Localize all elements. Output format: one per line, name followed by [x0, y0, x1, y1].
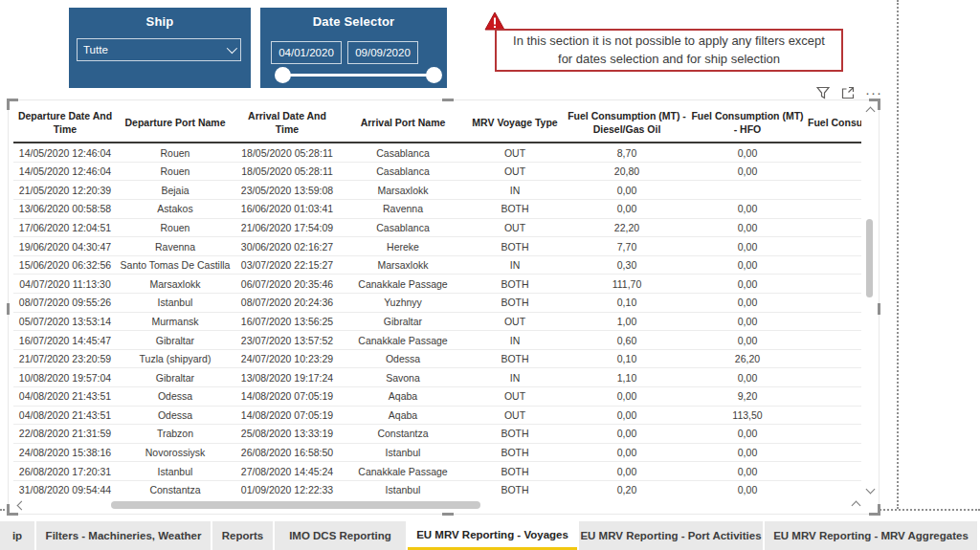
table-cell: OUT	[465, 313, 565, 331]
table-cell: Casablanca	[341, 219, 465, 237]
table-cell: Istanbul	[117, 294, 234, 312]
horizontal-scrollbar-thumb[interactable]	[111, 501, 480, 509]
tab-ip[interactable]: ip	[0, 521, 34, 550]
tab-eu-mrv-reporting-voyages[interactable]: EU MRV Reporting - Voyages	[408, 521, 577, 550]
end-date-input[interactable]: 09/09/2020	[347, 41, 418, 64]
resize-handle-right[interactable]	[878, 303, 880, 315]
table-cell: 17/06/2020 12:04:51	[13, 219, 117, 237]
table-cell: BOTH	[465, 237, 565, 255]
resize-handle-bottom[interactable]	[442, 513, 454, 516]
table-cell: OUT	[465, 219, 565, 237]
table-cell: 06/07/2020 20:35:46	[234, 275, 341, 293]
vertical-scrollbar[interactable]	[865, 108, 875, 493]
table-cell: 30/06/2020 02:16:27	[234, 237, 341, 255]
table-cell: 9,20	[689, 387, 806, 406]
table-cell: 0,00	[689, 219, 806, 237]
table-cell: 18/05/2020 05:28:11	[234, 143, 341, 162]
horizontal-scrollbar[interactable]	[16, 499, 861, 511]
resize-handle-bottom-right[interactable]	[869, 504, 880, 516]
table-cell	[689, 181, 806, 199]
table-cell: 14/05/2020 12:46:04	[13, 163, 117, 181]
page-tab-bar: ipFilters - Machineries, WeatherReportsI…	[0, 521, 980, 550]
column-header[interactable]: MRV Voyage Type	[465, 105, 565, 142]
vertical-scrollbar-thumb[interactable]	[866, 219, 873, 297]
table-cell: Aqaba	[341, 407, 465, 425]
tab-eu-mrv-reporting-port-activities[interactable]: EU MRV Reporting - Port Activities	[579, 521, 763, 550]
table-cell: 10/08/2020 19:57:04	[13, 368, 117, 386]
table-cell: 0,00	[689, 294, 806, 312]
table-cell: Marsaxlokk	[341, 256, 465, 275]
table-cell: 1	[806, 331, 861, 349]
column-header[interactable]: Departure Port Name	[117, 105, 234, 142]
table-cell: Istanbul	[117, 462, 234, 480]
column-header[interactable]: Arrival Port Name	[341, 105, 465, 142]
column-header[interactable]: Fuel Consu	[806, 105, 861, 142]
resize-handle-left[interactable]	[7, 303, 10, 315]
date-slider-handle-start[interactable]	[275, 67, 291, 83]
column-header[interactable]: Fuel Consumption (MT) - Diesel/Gas Oil	[565, 105, 689, 142]
column-header[interactable]: Arrival Date And Time	[234, 105, 341, 142]
tab-filters-machineries-weather[interactable]: Filters - Machineries, Weather	[36, 521, 211, 550]
table-cell: 04/07/2020 11:13:30	[13, 275, 117, 293]
table-cell: 14/08/2020 07:05:19	[234, 387, 341, 406]
start-date-input[interactable]: 04/01/2020	[271, 41, 342, 64]
scroll-right-icon[interactable]	[852, 501, 861, 511]
table-cell	[806, 407, 861, 425]
table-cell	[806, 143, 861, 162]
table-cell: Savona	[341, 368, 465, 386]
table-cell: BOTH	[465, 200, 565, 218]
scroll-left-icon[interactable]	[17, 501, 27, 511]
table-cell: 27/08/2020 14:45:24	[234, 462, 341, 480]
date-slider-track[interactable]	[281, 74, 434, 77]
tab-eu-mrv-reporting-mrv-aggregates[interactable]: EU MRV Reporting - MRV Aggregates	[765, 521, 977, 550]
date-slider-handle-end[interactable]	[426, 67, 442, 83]
table-cell: Marsaxlokk	[341, 181, 465, 199]
table-row: 14/05/2020 12:46:04Rouen18/05/2020 05:28…	[13, 143, 861, 163]
table-cell: 26/08/2020 16:58:50	[234, 444, 341, 462]
report-canvas: Ship Tutte Date Selector 04/01/2020 09/0…	[0, 0, 980, 550]
table-cell: 0,00	[565, 425, 689, 443]
voyages-table-visual: Departure Date And TimeDeparture Port Na…	[8, 99, 880, 515]
table-row: 04/08/2020 21:43:51Odessa14/08/2020 07:0…	[13, 407, 861, 426]
focus-mode-icon[interactable]	[840, 85, 855, 99]
resize-handle-top[interactable]	[442, 99, 454, 101]
table-cell: 0,30	[565, 256, 689, 275]
table-cell: Astakos	[117, 200, 234, 218]
table-cell: 14/05/2020 12:46:04	[13, 143, 117, 162]
ship-dropdown[interactable]: Tutte	[77, 38, 241, 61]
table-cell: Marsaxlokk	[117, 275, 234, 293]
table-body: 14/05/2020 12:46:04Rouen18/05/2020 05:28…	[13, 143, 861, 496]
table-cell: 01/09/2020 12:22:33	[234, 481, 341, 496]
table-cell: 21/06/2020 17:54:09	[234, 219, 341, 237]
tab-reports[interactable]: Reports	[212, 521, 273, 550]
column-header[interactable]: Departure Date And Time	[13, 105, 117, 142]
ship-slicer-panel: Ship Tutte	[69, 8, 251, 88]
table-cell: Canakkale Passage	[341, 275, 465, 293]
scroll-up-icon[interactable]	[866, 107, 876, 117]
table-row: 26/08/2020 17:20:31Istanbul27/08/2020 14…	[13, 462, 861, 481]
table-cell: 0,00	[689, 462, 806, 480]
ship-slicer-title: Ship	[69, 8, 251, 29]
table-cell: OUT	[465, 407, 565, 425]
table-cell: Tuzla (shipyard)	[117, 350, 234, 368]
table-cell: Constantza	[341, 425, 465, 443]
warning-triangle-icon	[484, 11, 505, 31]
table-cell: Trabzon	[117, 425, 234, 443]
table-cell: 0,20	[565, 481, 689, 496]
table-header-row: Departure Date And TimeDeparture Port Na…	[13, 105, 861, 143]
table-cell	[806, 387, 861, 406]
table-cell: BOTH	[465, 481, 565, 496]
table-cell: IN	[465, 256, 565, 275]
scroll-down-icon[interactable]	[866, 485, 876, 495]
voyages-table: Departure Date And TimeDeparture Port Na…	[13, 105, 861, 496]
table-cell: 0,00	[689, 425, 806, 443]
filter-icon[interactable]	[815, 85, 830, 99]
table-cell: Odessa	[117, 387, 234, 406]
table-cell: 0,00	[689, 331, 806, 349]
more-options-icon[interactable]: ···	[865, 88, 882, 98]
tab-imo-dcs-reporting[interactable]: IMO DCS Reporting	[275, 521, 406, 550]
table-cell: 7,70	[565, 237, 689, 255]
table-cell: 0,00	[565, 200, 689, 218]
table-cell	[806, 425, 861, 443]
column-header[interactable]: Fuel Consumption (MT) - HFO	[689, 105, 806, 142]
